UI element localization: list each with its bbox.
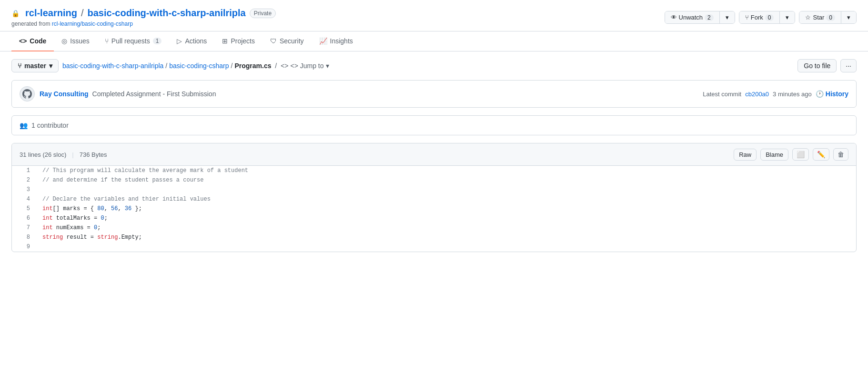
line-code [35,242,856,252]
tab-insights[interactable]: 📈 Insights [312,31,361,51]
branch-name: master [24,62,46,70]
tab-pull-requests[interactable]: ⑂ Pull requests 1 [97,31,170,51]
star-count: 0 [826,14,835,21]
line-number: 9 [12,242,35,252]
pr-icon: ⑂ [105,37,109,45]
branch-icon: ⑂ [18,62,21,70]
generated-from-link[interactable]: rcl-learning/basic-coding-csharp [52,20,133,27]
commit-right: Latest commit cb200a0 3 minutes ago 🕐 Hi… [703,90,848,98]
tab-projects[interactable]: ⊞ Projects [214,31,262,51]
table-row: 4 // Declare the variables and thier ini… [12,194,856,204]
file-size: 736 Bytes [80,151,107,158]
line-number: 6 [12,213,35,223]
insights-icon: 📈 [319,37,327,45]
repo-title-row: 🔒 rcl-learning / basic-coding-with-c-sha… [11,8,276,19]
tab-security[interactable]: 🛡 Security [262,31,312,51]
repo-owner-link[interactable]: rcl-learning [25,8,77,19]
breadcrumb-owner[interactable]: basic-coding-with-c-sharp-anilripla [62,62,163,70]
tab-code-label: Code [30,37,46,45]
line-code: // This program will calculate the avera… [35,166,856,175]
star-group: ☆ Star 0 ▾ [799,11,857,24]
path-left: ⑂ master ▾ basic-coding-with-c-sharp-ani… [11,59,329,72]
raw-button[interactable]: Raw [734,149,757,161]
repo-header: 🔒 rcl-learning / basic-coding-with-c-sha… [0,0,868,31]
code-icon: <> [19,37,27,45]
star-dropdown-button[interactable]: ▾ [841,11,856,23]
main-content: ⑂ master ▾ basic-coding-with-c-sharp-ani… [0,51,868,260]
tab-projects-label: Projects [231,37,255,45]
line-number: 3 [12,185,35,194]
commit-message: Completed Assignment - First Submission [92,90,216,98]
latest-commit-label: Latest commit [703,91,741,98]
file-info: 31 lines (26 sloc) | 736 Bytes [20,151,107,158]
clock-icon: 🕐 [816,90,824,98]
edit-button[interactable]: ✏️ [813,148,829,161]
lock-icon: 🔒 [11,10,20,17]
contributors-icon: 👥 [20,122,28,129]
table-row: 8 string result = string.Empty; [12,233,856,242]
table-row: 7 int numExams = 0; [12,223,856,233]
jump-to-link[interactable]: <> <> Jump to ▾ [281,62,329,70]
line-code [35,185,856,194]
more-options-button[interactable]: ··· [840,59,857,72]
breadcrumb-folder[interactable]: basic-coding-csharp [169,62,229,70]
file-viewer: 31 lines (26 sloc) | 736 Bytes Raw Blame… [11,143,857,252]
fork-button[interactable]: ⑂ Fork 0 [739,11,780,23]
line-number: 2 [12,175,35,185]
tab-pr-count: 1 [153,38,162,44]
line-code: // and determine if the student passes a… [35,175,856,185]
breadcrumb-sep3: / [273,62,279,70]
line-code: string result = string.Empty; [35,233,856,242]
file-lines: 31 lines (26 sloc) [20,151,66,158]
projects-icon: ⊞ [222,37,228,45]
header-actions: 👁 Unwatch 2 ▾ ⑂ Fork 0 ▾ ☆ Star 0 ▾ [665,11,857,24]
line-number: 4 [12,194,35,204]
breadcrumb-file: Program.cs [234,62,271,70]
delete-button[interactable]: 🗑 [833,148,848,161]
branch-selector[interactable]: ⑂ master ▾ [11,59,59,72]
star-label: Star [813,14,824,21]
blame-button[interactable]: Blame [760,149,788,161]
path-bar: ⑂ master ▾ basic-coding-with-c-sharp-ani… [11,59,857,72]
file-header: 31 lines (26 sloc) | 736 Bytes Raw Blame… [12,143,856,166]
branch-chevron: ▾ [49,62,52,70]
trash-icon: 🗑 [838,151,844,158]
star-icon: ☆ [805,14,811,21]
fork-dropdown-button[interactable]: ▾ [780,11,795,23]
unwatch-button[interactable]: 👁 Unwatch 2 [665,11,720,23]
unwatch-label: Unwatch [679,14,703,21]
fork-group: ⑂ Fork 0 ▾ [739,11,796,24]
table-row: 9 [12,242,856,252]
commit-hash[interactable]: cb200a0 [745,91,769,98]
code-area: 1 // This program will calculate the ave… [12,166,856,252]
table-row: 3 [12,185,856,194]
jump-to-label: <> Jump to [291,62,324,70]
avatar [20,86,35,102]
line-number: 7 [12,223,35,233]
commit-left: Ray Consulting Completed Assignment - Fi… [20,86,216,102]
tab-actions[interactable]: ▷ Actions [169,31,214,51]
fork-label: Fork [751,14,763,21]
line-code: int totalMarks = 0; [35,213,856,223]
commit-time: 3 minutes ago [773,91,812,98]
tab-actions-label: Actions [185,37,207,45]
pencil-icon: ✏️ [817,151,825,158]
line-number: 8 [12,233,35,242]
goto-file-button[interactable]: Go to file [797,59,837,72]
contributors-text: 1 contributor [31,122,69,129]
commit-author[interactable]: Ray Consulting [40,90,89,98]
star-button[interactable]: ☆ Star 0 [799,11,841,23]
table-row: 5 int[] marks = { 80, 56, 36 }; [12,204,856,213]
line-code: int[] marks = { 80, 56, 36 }; [35,204,856,213]
fork-icon: ⑂ [745,14,749,21]
repo-name-link[interactable]: basic-coding-with-c-sharp-anilripla [87,8,245,19]
tab-issues[interactable]: ◎ Issues [54,31,97,51]
desktop-view-button[interactable]: ⬜ [792,148,809,161]
tab-pr-label: Pull requests [111,37,150,45]
line-code: int numExams = 0; [35,223,856,233]
unwatch-dropdown-button[interactable]: ▾ [720,11,735,23]
history-button[interactable]: 🕐 History [816,90,848,98]
tab-code[interactable]: <> Code [11,31,54,51]
unwatch-group: 👁 Unwatch 2 ▾ [665,11,735,24]
line-code: // Declare the variables and thier initi… [35,194,856,204]
